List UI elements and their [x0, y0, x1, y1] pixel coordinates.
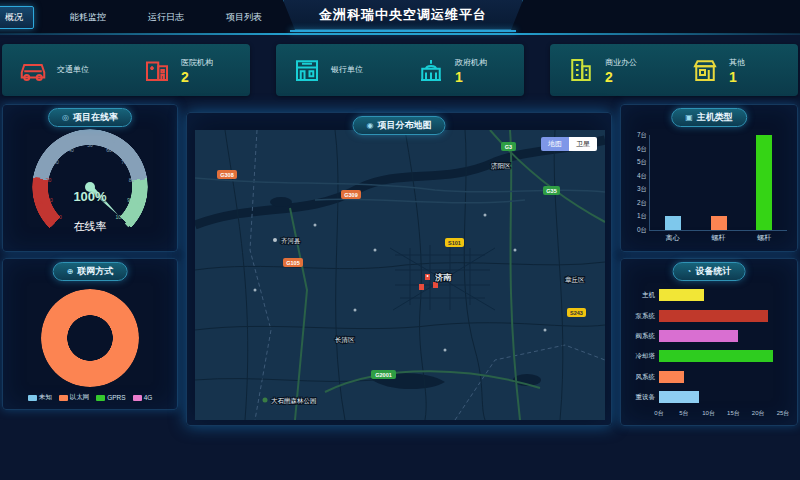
panel-host-header: ▣ 主机类型 [671, 108, 747, 127]
stat-hospital: 医院机构 2 [126, 55, 250, 85]
stat-value: 2 [605, 70, 637, 84]
panel-title: 项目在线率 [73, 111, 118, 124]
panel-host-type: ▣ 主机类型 0台1台2台3台4台5台6台7台离心螺杆螺杆 [620, 104, 798, 252]
stat-label: 其他 [729, 57, 745, 68]
bar-阀系统[interactable] [659, 330, 738, 342]
bar-category-label: 离心 [653, 233, 693, 243]
stat-office: 商业办公 2 [550, 55, 674, 85]
bar-主机[interactable] [659, 289, 704, 301]
network-legend: 未知以太网GPRS4G [3, 393, 177, 402]
stat-label: 政府机构 [455, 57, 487, 68]
project-distribution-map[interactable]: G308 G309 G105 G3 G35 G2001 S101 S243 齐河… [195, 130, 605, 420]
place-label: 章丘区 [565, 276, 585, 283]
monitor-icon: ▣ [685, 113, 693, 122]
pie-icon: ◔ [687, 267, 692, 276]
row-label: 风系统 [621, 373, 655, 382]
nav-tab-1[interactable]: 能耗监控 [64, 7, 112, 28]
nav-tab-3[interactable]: 项目列表 [220, 7, 268, 28]
row-label: 阀系统 [621, 332, 655, 341]
road-shield: G35 [546, 188, 556, 194]
place-label: 长清区 [335, 336, 355, 344]
row-label: 主机 [621, 291, 655, 300]
place-label: 大石崮森林公园 [271, 397, 317, 405]
stat-government: 政府机构 1 [400, 55, 524, 85]
car-icon [18, 55, 48, 85]
stat-other: 其他 1 [674, 55, 798, 85]
map-layer-toggle: 地图 卫星 [541, 137, 597, 151]
road-shield: G2001 [375, 372, 392, 378]
road-shield: S101 [448, 240, 461, 246]
page-title: 金洲科瑞中央空调运维平台 [283, 0, 523, 30]
legend-item-2[interactable]: GPRS [96, 393, 125, 402]
panel-network-header: ⊕ 联网方式 [53, 262, 128, 281]
panel-title: 设备统计 [695, 265, 731, 278]
nav-tab-0[interactable]: 概况 [0, 6, 34, 29]
road-shield: G3 [505, 144, 512, 150]
legend-item-1[interactable]: 以太网 [59, 393, 90, 402]
stat-value: 2 [181, 70, 213, 84]
stat-value: 1 [729, 70, 745, 84]
row-label: 泵系统 [621, 312, 655, 321]
stat-card-1: 交通单位 医院机构 2 [2, 44, 250, 96]
device-stats-bar-chart: 主机泵系统阀系统冷却塔风系统重设备0台5台10台15台20台25台 [659, 285, 783, 407]
panel-online-rate: ◎ 项目在线率 0102030405060708090100 100% 在线率 [2, 104, 178, 252]
satellite-button[interactable]: 卫星 [569, 137, 597, 151]
stat-label: 商业办公 [605, 57, 637, 68]
hospital-icon [142, 55, 172, 85]
bar-螺杆[interactable] [756, 135, 772, 230]
nav-divider-glow [0, 33, 800, 35]
stat-traffic: 交通单位 [2, 55, 126, 85]
online-rate-gauge: 0102030405060708090100 100% 在线率 [32, 129, 148, 245]
road-shield: G105 [286, 260, 299, 266]
gauge-label: 在线率 [32, 219, 148, 234]
gauge-value: 100% [32, 189, 148, 204]
legend-item-0[interactable]: 未知 [28, 393, 52, 402]
title-underline [290, 30, 516, 32]
bar-螺杆[interactable] [711, 216, 727, 230]
bar-冷却塔[interactable] [659, 350, 773, 362]
bar-重设备[interactable] [659, 391, 699, 403]
panel-title: 联网方式 [77, 265, 113, 278]
stat-value: 1 [455, 70, 487, 84]
panel-map-header: ◉ 项目分布地图 [353, 116, 446, 135]
panel-title: 主机类型 [697, 111, 733, 124]
map-lake [270, 197, 292, 207]
row-label: 重设备 [621, 393, 655, 402]
pin-icon: ◉ [367, 121, 374, 130]
globe-icon: ⊕ [67, 267, 74, 276]
bar-离心[interactable] [665, 216, 681, 230]
panel-project-map: ◉ 项目分布地图 地图 卫星 [186, 112, 612, 426]
stat-label: 银行单位 [331, 64, 363, 75]
road-shield: S243 [570, 310, 583, 316]
stat-card-3: 商业办公 2 其他 1 [550, 44, 798, 96]
panel-title: 项目分布地图 [377, 119, 431, 132]
bar-category-label: 螺杆 [699, 233, 739, 243]
bank-icon [292, 55, 322, 85]
bar-category-label: 螺杆 [744, 233, 784, 243]
bar-风系统[interactable] [659, 371, 684, 383]
host-type-bar-chart: 0台1台2台3台4台5台6台7台离心螺杆螺杆 [649, 135, 787, 231]
panel-online-rate-header: ◎ 项目在线率 [48, 108, 132, 127]
panel-device-header: ◔ 设备统计 [673, 262, 746, 281]
government-icon [416, 55, 446, 85]
stat-bank: 银行单位 [276, 55, 400, 85]
map-button[interactable]: 地图 [541, 137, 569, 151]
panel-network-type: ⊕ 联网方式 未知以太网GPRS4G [2, 258, 178, 410]
road-shield: G309 [344, 192, 357, 198]
network-donut-chart [41, 289, 139, 387]
place-label: 济南 [435, 272, 452, 282]
top-nav-bar: 概况能耗监控运行日志项目列表视频监控 金洲科瑞中央空调运维平台 [0, 0, 800, 34]
stat-card-2: 银行单位 政府机构 1 [276, 44, 524, 96]
stat-label: 医院机构 [181, 57, 213, 68]
place-label: 齐河县 [281, 237, 301, 245]
road-shield: G308 [220, 172, 233, 178]
link-icon: ◎ [62, 113, 69, 122]
office-icon [566, 55, 596, 85]
legend-item-3[interactable]: 4G [133, 393, 153, 402]
stat-label: 交通单位 [57, 64, 89, 75]
bar-泵系统[interactable] [659, 310, 768, 322]
shop-icon [690, 55, 720, 85]
nav-tab-2[interactable]: 运行日志 [142, 7, 190, 28]
row-label: 冷却塔 [621, 352, 655, 361]
panel-device-stats: ◔ 设备统计 主机泵系统阀系统冷却塔风系统重设备0台5台10台15台20台25台 [620, 258, 798, 426]
